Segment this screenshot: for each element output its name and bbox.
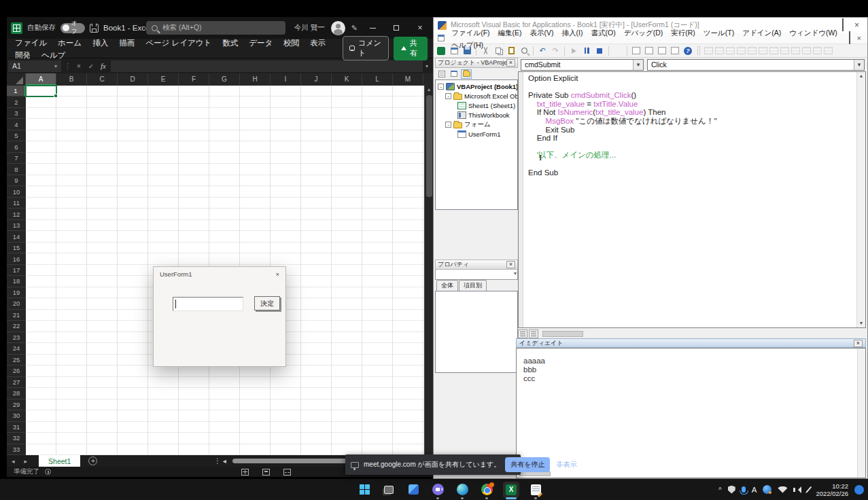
properties-tab[interactable]: 全体 [436,280,458,291]
pen-icon[interactable]: ✎ [351,24,358,33]
formula-input[interactable] [111,60,423,72]
immediate-vertical-scrollbar[interactable] [857,349,865,478]
vba-menu-item[interactable]: ウィンドウ(W) [785,27,841,38]
sheet-tab-active[interactable]: Sheet1 [39,455,80,467]
row-header[interactable]: 25 [7,355,26,365]
edit-toolbar-icon[interactable] [780,47,789,54]
vba-menu-item[interactable]: アドイン(A) [738,27,785,38]
undo-icon[interactable]: ↶ [537,46,548,56]
userform-title-bar[interactable]: UserForm1 × [154,267,285,281]
edit-toolbar-icon[interactable] [748,47,757,54]
tray-volume-icon[interactable] [793,486,802,493]
tray-defender-icon[interactable] [728,486,735,494]
column-header[interactable]: L [362,73,393,86]
row-header[interactable]: 5 [7,130,26,141]
row-header[interactable]: 32 [7,433,26,444]
horizontal-scrollbar-thumb[interactable] [232,459,353,463]
child-restore-button[interactable] [849,32,850,44]
immediate-header[interactable]: イミディエイト × [516,338,866,348]
widgets-icon[interactable] [405,482,421,498]
start-icon[interactable] [356,482,372,498]
minimize-button[interactable] [364,20,381,36]
ribbon-tab[interactable]: データ [243,35,278,50]
project-panel-header[interactable]: プロジェクト - VBAProject × [435,58,518,68]
excel-icon[interactable]: X [503,482,519,498]
code-vertical-scrollbar[interactable]: ▲▼ [856,72,865,327]
view-excel-icon[interactable] [436,46,447,56]
comments-button[interactable]: コメント [343,36,389,60]
properties-object-dropdown[interactable] [435,270,518,280]
row-header[interactable]: 17 [7,265,26,276]
project-tree-item[interactable]: -フォーム [436,120,517,129]
sheet-prev-icon[interactable]: ◂ [7,458,20,465]
sheet-next-icon[interactable]: ▸ [20,458,33,465]
ribbon-tab[interactable]: 校閲 [278,35,305,50]
column-header[interactable]: A [26,73,56,86]
code-editor[interactable]: Option Explicit Private Sub cmdSubmit_Cl… [518,71,866,328]
row-header[interactable]: 4 [7,119,26,130]
row-header[interactable]: 22 [7,321,26,332]
immediate-close-icon[interactable]: × [854,340,863,347]
properties-panel-close-icon[interactable]: × [506,261,515,268]
user-name[interactable]: 今川 賢一 [294,23,325,33]
scroll-up-icon[interactable]: ▲ [425,86,433,94]
column-header[interactable]: C [87,73,118,86]
row-header[interactable]: 30 [7,410,26,421]
toolbar-handle-icon[interactable] [697,46,700,55]
paste-icon[interactable] [506,46,517,56]
task-view-icon[interactable] [381,482,397,498]
column-header[interactable]: B [56,73,87,86]
ribbon-tab[interactable]: 挿入 [87,35,114,50]
grid-vertical-scrollbar[interactable]: ▲ [424,86,433,455]
break-icon[interactable] [581,46,592,56]
project-explorer-icon[interactable] [631,46,642,56]
select-all-corner[interactable] [7,73,26,86]
ribbon-tab[interactable]: 表示 [305,35,331,50]
procedure-view-icon[interactable] [518,329,527,338]
row-header[interactable]: 14 [7,231,26,242]
add-sheet-button[interactable]: + [88,457,97,465]
project-tree-item[interactable]: -VBAProject (Book1) [436,82,517,91]
project-tree-item[interactable]: ThisWorkbook [436,110,517,120]
column-header[interactable]: I [271,73,301,86]
scrollbar-thumb[interactable] [426,95,432,197]
row-header[interactable]: 9 [7,175,26,186]
notification-badge-icon[interactable] [854,485,864,495]
project-tree-item[interactable]: -Microsoft Excel Object [436,91,517,101]
row-header[interactable]: 29 [7,399,26,410]
column-header[interactable]: G [209,73,240,86]
scroll-down-icon[interactable]: ▼ [857,319,865,327]
edit-toolbar-icon[interactable] [726,47,735,54]
insert-userform-icon[interactable] [449,46,459,56]
insert-function-icon[interactable]: fx [99,62,108,70]
column-header[interactable]: J [301,73,332,86]
edge-icon[interactable] [454,482,470,498]
project-tree-item[interactable]: UserForm1 [436,129,517,139]
row-header[interactable]: 6 [7,141,26,152]
row-header[interactable]: 33 [7,444,26,455]
scroll-up-icon[interactable]: ▲ [857,72,865,80]
immediate-horizontal-scrollbar[interactable] [519,471,551,476]
cancel-icon[interactable]: × [74,62,84,70]
child-close-button[interactable]: × [857,36,861,41]
properties-panel-header[interactable]: プロパティ × [435,260,518,270]
properties-tab[interactable]: 項目別 [459,280,487,291]
column-header[interactable]: D [118,73,148,86]
vba-menu-item[interactable]: デバッグ(D) [620,27,667,38]
row-header[interactable]: 21 [7,310,26,321]
view-object-icon[interactable] [449,69,459,79]
row-header[interactable]: 2 [7,96,26,107]
tray-chevron-up-icon[interactable]: ^ [718,486,722,493]
sheetbar-divider[interactable]: ⋮ ◂ [214,457,226,465]
tray-wifi-icon[interactable] [778,486,787,493]
child-window-icon[interactable] [438,35,445,41]
properties-window-icon[interactable] [644,46,655,56]
page-break-view-icon[interactable] [283,469,291,476]
stop-sharing-button[interactable]: 共有を停止 [505,457,550,472]
column-header[interactable]: H [240,73,271,86]
notepad-icon[interactable] [527,482,544,498]
row-header[interactable]: 31 [7,422,26,433]
formula-bar-expand-icon[interactable]: ▾ [426,63,432,69]
column-header[interactable]: E [148,73,179,86]
row-header[interactable]: 10 [7,186,26,197]
